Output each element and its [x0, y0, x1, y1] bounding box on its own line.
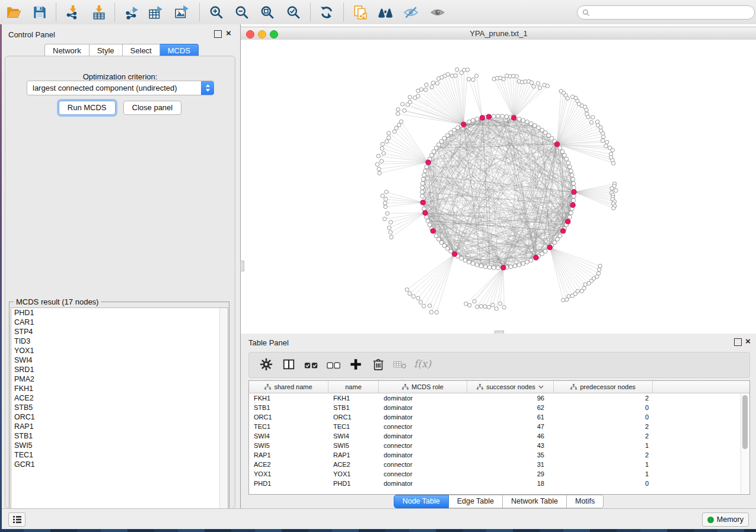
cell-name[interactable]: STB1: [328, 403, 379, 412]
criterion-dropdown[interactable]: largest connected component (undirected): [27, 81, 214, 95]
cell-shared_name[interactable]: ACE2: [249, 460, 328, 469]
cell-shared_name[interactable]: SWI5: [249, 441, 328, 450]
cell-name[interactable]: FKH1: [328, 393, 379, 403]
table-row[interactable]: YOX1YOX1connector291: [249, 469, 749, 479]
column-header-successor-nodes[interactable]: successor nodes: [467, 381, 554, 393]
export-image-icon[interactable]: [174, 5, 190, 20]
copy-network-file-icon[interactable]: [353, 5, 368, 20]
table-row[interactable]: STB1STB1dominator620: [249, 403, 749, 412]
cell-predecessor_nodes[interactable]: 2: [554, 431, 653, 441]
cell-name[interactable]: SWI4: [328, 431, 379, 441]
cell-name[interactable]: ACE2: [328, 460, 379, 469]
export-network-icon[interactable]: [125, 5, 140, 20]
add-column-icon[interactable]: [349, 358, 363, 372]
table-row[interactable]: RAP1RAP1dominator352: [249, 450, 749, 460]
mcds-result-item[interactable]: YOX1: [11, 346, 228, 355]
mcds-result-item[interactable]: STB5: [11, 403, 228, 412]
cell-predecessor_nodes[interactable]: 0: [554, 412, 653, 422]
mcds-result-item[interactable]: STB1: [11, 431, 228, 441]
show-all-eye-icon[interactable]: [430, 5, 445, 20]
column-header-MCDS-role[interactable]: MCDS role: [379, 381, 467, 393]
import-table-icon[interactable]: [91, 5, 107, 20]
cell-shared_name[interactable]: STB1: [249, 403, 328, 412]
table-row[interactable]: TEC1TEC1connector472: [249, 422, 749, 431]
cell-mcds_role[interactable]: connector: [379, 441, 467, 450]
export-table-icon[interactable]: [148, 5, 164, 20]
deselect-checkboxes-icon[interactable]: [327, 358, 341, 372]
memory-button[interactable]: Memory: [702, 512, 749, 527]
table-scrollbar[interactable]: [741, 393, 749, 493]
cell-predecessor_nodes[interactable]: 0: [554, 479, 653, 488]
table-row[interactable]: SWI5SWI5connector431: [249, 441, 749, 450]
tab-edge-table[interactable]: Edge Table: [449, 495, 503, 508]
gear-icon[interactable]: [260, 358, 274, 372]
cell-successor_nodes[interactable]: 62: [467, 403, 554, 412]
cell-mcds_role[interactable]: dominator: [379, 403, 467, 412]
cell-successor_nodes[interactable]: 46: [467, 431, 554, 441]
cell-mcds_role[interactable]: dominator: [379, 393, 467, 403]
cell-name[interactable]: RAP1: [328, 450, 379, 460]
mcds-result-item[interactable]: SRD1: [11, 365, 228, 374]
cell-predecessor_nodes[interactable]: 2: [554, 422, 653, 431]
cell-predecessor_nodes[interactable]: 1: [554, 460, 653, 469]
mcds-result-item[interactable]: GCR1: [11, 460, 228, 469]
tab-node-table[interactable]: Node Table: [394, 495, 449, 508]
mcds-result-item[interactable]: TID3: [11, 336, 228, 346]
mcds-result-item[interactable]: PHD1: [11, 308, 228, 318]
cell-successor_nodes[interactable]: 47: [467, 422, 554, 431]
cell-mcds_role[interactable]: dominator: [379, 479, 467, 488]
cell-predecessor_nodes[interactable]: 2: [554, 393, 653, 403]
search-input[interactable]: [593, 8, 754, 17]
split-columns-icon[interactable]: [282, 358, 296, 372]
mcds-result-item[interactable]: PMA2: [11, 374, 228, 384]
cell-shared_name[interactable]: RAP1: [249, 450, 328, 460]
cell-predecessor_nodes[interactable]: 2: [554, 450, 653, 460]
cell-successor_nodes[interactable]: 18: [467, 479, 554, 488]
cell-predecessor_nodes[interactable]: 1: [554, 469, 653, 479]
cell-shared_name[interactable]: YOX1: [249, 469, 328, 479]
mcds-result-item[interactable]: CAR1: [11, 318, 228, 327]
select-all-checkboxes-icon[interactable]: [304, 358, 318, 372]
zoom-selected-icon[interactable]: [286, 5, 301, 20]
search-binoculars-icon[interactable]: [378, 5, 393, 20]
cell-name[interactable]: PHD1: [328, 479, 379, 488]
mcds-result-item[interactable]: TEC1: [11, 450, 228, 460]
cell-name[interactable]: TEC1: [328, 422, 379, 431]
float-panel-icon[interactable]: [214, 30, 222, 40]
cell-successor_nodes[interactable]: 43: [467, 441, 554, 450]
column-header-name[interactable]: name: [328, 381, 379, 393]
cell-name[interactable]: YOX1: [328, 469, 379, 479]
cell-shared_name[interactable]: FKH1: [249, 393, 328, 403]
search-field[interactable]: [577, 5, 755, 20]
tab-network-table[interactable]: Network Table: [503, 495, 567, 508]
save-icon[interactable]: [32, 5, 47, 20]
cell-shared_name[interactable]: TEC1: [249, 422, 328, 431]
table-row[interactable]: ACE2ACE2connector311: [249, 460, 749, 469]
cell-shared_name[interactable]: SWI4: [249, 431, 328, 441]
cell-successor_nodes[interactable]: 29: [467, 469, 554, 479]
cell-mcds_role[interactable]: connector: [379, 460, 467, 469]
minimize-window-icon[interactable]: [258, 30, 266, 39]
cell-mcds_role[interactable]: connector: [379, 422, 467, 431]
cell-mcds_role[interactable]: dominator: [379, 431, 467, 441]
mcds-result-item[interactable]: SWI4: [11, 355, 228, 365]
table-scrollbar-thumb[interactable]: [742, 395, 748, 449]
mcds-result-list[interactable]: PHD1CAR1STP4TID3YOX1SWI4SRD1PMA2FKH1ACE2…: [11, 307, 228, 520]
cell-mcds_role[interactable]: dominator: [379, 412, 467, 422]
zoom-fit-icon[interactable]: [260, 5, 275, 20]
close-panel-button[interactable]: Close panel: [123, 101, 182, 115]
maximize-window-icon[interactable]: [270, 30, 278, 39]
close-window-icon[interactable]: [246, 30, 254, 39]
mcds-result-item[interactable]: ORC1: [11, 412, 228, 422]
table-row[interactable]: PHD1PHD1dominator180: [249, 479, 749, 488]
network-canvas[interactable]: [241, 40, 756, 334]
table-row[interactable]: FKH1FKH1dominator962: [249, 393, 749, 403]
close-table-panel-icon[interactable]: ×: [745, 338, 751, 344]
hide-selected-eye-icon[interactable]: [403, 5, 419, 20]
cell-name[interactable]: SWI5: [328, 441, 379, 450]
vertical-splitter-handle[interactable]: [240, 261, 244, 271]
cell-predecessor_nodes[interactable]: 1: [554, 441, 653, 450]
mcds-result-item[interactable]: ACE2: [11, 393, 228, 403]
mcds-result-item[interactable]: RAP1: [11, 422, 228, 431]
cell-name[interactable]: ORC1: [328, 412, 379, 422]
